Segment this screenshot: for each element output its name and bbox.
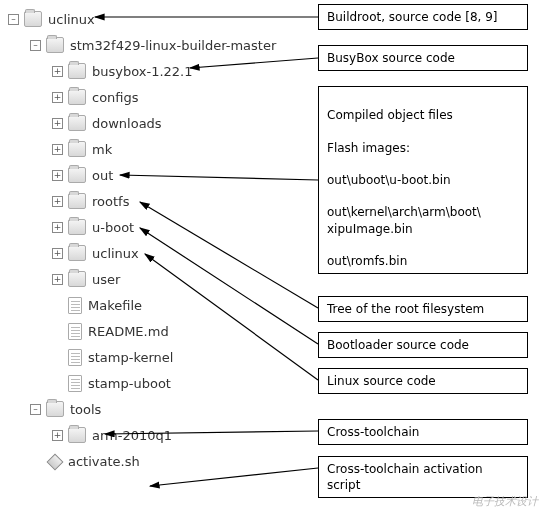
tree-row[interactable]: activate.sh — [8, 448, 276, 474]
tree-label: configs — [92, 90, 139, 105]
toggle-spacer — [52, 378, 63, 389]
tree-label: rootfs — [92, 194, 129, 209]
tree-label: out — [92, 168, 113, 183]
toggle-spacer — [52, 326, 63, 337]
tree-row[interactable]: + arm-2010q1 — [8, 422, 276, 448]
expand-icon[interactable]: + — [52, 144, 63, 155]
folder-icon — [68, 141, 86, 157]
folder-icon — [68, 271, 86, 287]
annotation-uclinux: Linux source code — [318, 368, 528, 394]
tree-row[interactable]: + user — [8, 266, 276, 292]
tree-row[interactable]: + mk — [8, 136, 276, 162]
annotation-text: Tree of the root filesystem — [327, 302, 484, 316]
expand-icon[interactable]: + — [52, 196, 63, 207]
annotation-text: Cross-toolchain activation script — [327, 462, 483, 492]
folder-icon — [24, 11, 42, 27]
script-icon — [46, 453, 62, 469]
folder-icon — [68, 427, 86, 443]
tree-row[interactable]: + out — [8, 162, 276, 188]
tree-label: Makefile — [88, 298, 142, 313]
expand-icon[interactable]: + — [52, 430, 63, 441]
tree-row[interactable]: + busybox-1.22.1 — [8, 58, 276, 84]
tree-row[interactable]: + u-boot — [8, 214, 276, 240]
annotation-rootfs: Tree of the root filesystem — [318, 296, 528, 322]
folder-icon — [46, 401, 64, 417]
annotation-text: Compiled object files Flash images: out\… — [327, 108, 481, 268]
tree-label: README.md — [88, 324, 169, 339]
tree-label: downloads — [92, 116, 162, 131]
folder-icon — [68, 219, 86, 235]
expand-icon[interactable]: + — [52, 170, 63, 181]
annotation-text: BusyBox source code — [327, 51, 455, 65]
annotation-buildroot: Buildroot, source code [8, 9] — [318, 4, 528, 30]
annotation-tools: Cross-toolchain — [318, 419, 528, 445]
tree-row[interactable]: stamp-uboot — [8, 370, 276, 396]
annotation-text: Bootloader source code — [327, 338, 469, 352]
tree-label: mk — [92, 142, 112, 157]
tree-row[interactable]: + rootfs — [8, 188, 276, 214]
collapse-icon[interactable]: – — [30, 40, 41, 51]
folder-icon — [68, 115, 86, 131]
tree-row-root[interactable]: – uclinux — [8, 6, 276, 32]
expand-icon[interactable]: + — [52, 66, 63, 77]
annotation-text: Buildroot, source code [8, 9] — [327, 10, 498, 24]
collapse-icon[interactable]: – — [8, 14, 19, 25]
expand-icon[interactable]: + — [52, 118, 63, 129]
annotation-compiled: Compiled object files Flash images: out\… — [318, 86, 528, 274]
annotation-uboot: Bootloader source code — [318, 332, 528, 358]
tree-row[interactable]: + uclinux — [8, 240, 276, 266]
toggle-spacer — [52, 352, 63, 363]
tree-row[interactable]: stamp-kernel — [8, 344, 276, 370]
folder-icon — [68, 63, 86, 79]
file-tree: – uclinux – stm32f429-linux-builder-mast… — [8, 6, 276, 474]
file-icon — [68, 323, 82, 340]
tree-row[interactable]: README.md — [8, 318, 276, 344]
tree-label: activate.sh — [68, 454, 140, 469]
tree-row-tools[interactable]: – tools — [8, 396, 276, 422]
annotation-text: Linux source code — [327, 374, 436, 388]
folder-icon — [68, 89, 86, 105]
folder-icon — [68, 167, 86, 183]
toggle-spacer — [52, 300, 63, 311]
tree-label: tools — [70, 402, 101, 417]
tree-label: busybox-1.22.1 — [92, 64, 193, 79]
tree-label: stamp-uboot — [88, 376, 171, 391]
folder-icon — [68, 245, 86, 261]
tree-label: stamp-kernel — [88, 350, 173, 365]
file-icon — [68, 375, 82, 392]
tree-label: u-boot — [92, 220, 134, 235]
tree-label: user — [92, 272, 120, 287]
watermark-text: 电子技术设计 — [472, 494, 538, 509]
toggle-spacer — [30, 456, 41, 467]
expand-icon[interactable]: + — [52, 222, 63, 233]
tree-label: uclinux — [48, 12, 95, 27]
diagram-container: – uclinux – stm32f429-linux-builder-mast… — [0, 0, 544, 515]
expand-icon[interactable]: + — [52, 274, 63, 285]
file-icon — [68, 297, 82, 314]
annotation-text: Cross-toolchain — [327, 425, 419, 439]
collapse-icon[interactable]: – — [30, 404, 41, 415]
annotation-busybox: BusyBox source code — [318, 45, 528, 71]
tree-row-stm32[interactable]: – stm32f429-linux-builder-master — [8, 32, 276, 58]
tree-label: arm-2010q1 — [92, 428, 172, 443]
folder-icon — [46, 37, 64, 53]
expand-icon[interactable]: + — [52, 248, 63, 259]
annotation-activate: Cross-toolchain activation script — [318, 456, 528, 498]
expand-icon[interactable]: + — [52, 92, 63, 103]
tree-row[interactable]: Makefile — [8, 292, 276, 318]
tree-label: stm32f429-linux-builder-master — [70, 38, 276, 53]
tree-row[interactable]: + configs — [8, 84, 276, 110]
file-icon — [68, 349, 82, 366]
tree-row[interactable]: + downloads — [8, 110, 276, 136]
folder-icon — [68, 193, 86, 209]
tree-label: uclinux — [92, 246, 139, 261]
